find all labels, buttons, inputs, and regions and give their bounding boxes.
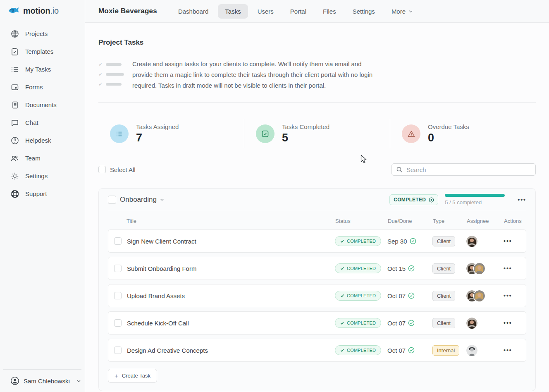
progress-label: 5 / 5 completed [445,199,505,206]
column-status: Status [335,218,388,224]
done-check-icon [408,265,415,272]
search-box[interactable] [391,163,536,176]
avatar [474,263,485,274]
type-badge: Client [432,291,455,301]
app-logo[interactable]: motion.io [0,0,85,20]
due-date: Oct 07 [387,292,432,299]
status-badge: COMPLETED [335,263,381,273]
list-toolbar: Select All [98,163,536,176]
column-assignee: Assignee [467,218,504,224]
list-icon [10,65,19,74]
stats-row: Tasks Assigned 7 Tasks Completed 5 [98,119,536,148]
table-row[interactable]: Upload Brand Assets COMPLETED Oct 07 Cli… [108,284,526,307]
done-check-icon [410,238,416,244]
chat-bubble-icon [10,118,19,127]
sidebar-item-my-tasks[interactable]: My Tasks [0,60,85,78]
sidebar-item-projects[interactable]: Projects [0,25,85,43]
create-task-button[interactable]: + Create Task [108,369,157,382]
search-input[interactable] [406,166,531,173]
row-actions-menu-icon[interactable]: ••• [504,240,520,243]
row-actions-menu-icon[interactable]: ••• [504,267,520,270]
row-checkbox[interactable] [114,292,122,299]
select-all-checkbox[interactable] [98,166,106,173]
row-checkbox[interactable] [114,319,122,327]
row-actions-menu-icon[interactable]: ••• [504,322,520,325]
stat-tasks-assigned: Tasks Assigned 7 [98,119,244,148]
tab-users[interactable]: Users [251,4,281,19]
stat-value: 5 [282,131,329,144]
user-avatar-icon [10,376,19,385]
sidebar-item-helpdesk[interactable]: Helpdesk [0,131,85,149]
stat-label: Overdue Tasks [428,123,469,130]
group-actions-menu-icon[interactable]: ••• [518,198,526,201]
table-row[interactable]: Submit Onboarding Form COMPLETED Oct 15 … [108,257,526,280]
due-date: Oct 15 [387,265,432,272]
tab-portal[interactable]: Portal [283,4,313,19]
row-actions-menu-icon[interactable]: ••• [504,294,520,297]
sidebar-nav: Projects Templates My Tasks Forms [0,25,85,369]
avatar [466,345,477,356]
sidebar-item-chat[interactable]: Chat [0,114,85,131]
task-group-card: Onboarding COMPLETED 5 / 5 completed ••• [98,188,536,391]
task-title[interactable]: Schedule Kick-Off Call [127,320,335,327]
table-row[interactable]: Design Ad Creative Concepts COMPLETED Oc… [108,339,526,362]
task-title[interactable]: Submit Onboarding Form [127,265,335,272]
status-dot-icon [429,197,434,203]
task-title[interactable]: Sign New Client Contract [127,238,335,245]
sidebar-item-label: Chat [25,119,38,126]
status-badge: COMPLETED [335,318,381,328]
tab-tasks[interactable]: Tasks [218,4,248,19]
stat-value: 0 [428,131,469,144]
stat-label: Tasks Completed [282,123,329,130]
tab-files[interactable]: Files [316,4,343,19]
checklist-illustration-icon: ✓ ✓ ✓ [98,59,124,91]
tab-settings[interactable]: Settings [346,4,382,19]
row-checkbox[interactable] [114,347,122,354]
intro-section: ✓ ✓ ✓ Create and assign tasks for your c… [98,59,536,91]
table-row[interactable]: Sign New Client Contract COMPLETED Sep 3… [108,229,526,253]
overdue-warning-icon [402,124,420,143]
select-all[interactable]: Select All [98,166,136,173]
group-status-badge[interactable]: COMPLETED [389,194,438,205]
avatar [474,290,485,301]
task-title[interactable]: Design Ad Creative Concepts [127,347,335,354]
row-actions-menu-icon[interactable]: ••• [504,349,520,352]
task-title[interactable]: Upload Brand Assets [127,292,335,299]
user-menu[interactable]: Sam Chlebowski [3,369,81,392]
fish-logo-icon [7,6,20,16]
stat-value: 7 [136,131,179,144]
sidebar-item-label: Settings [25,172,48,179]
assignee-avatars[interactable] [466,290,504,301]
row-checkbox[interactable] [114,265,122,272]
stat-overdue-tasks: Overdue Tasks 0 [390,119,536,148]
table-row[interactable]: Schedule Kick-Off Call COMPLETED Oct 07 … [108,311,526,335]
type-badge: Internal [432,345,459,356]
column-type: Type [433,218,467,224]
stat-tasks-completed: Tasks Completed 5 [244,119,390,148]
section-divider [98,102,536,103]
sidebar-item-forms[interactable]: Forms [0,78,85,96]
sidebar-item-label: Forms [25,84,43,91]
sidebar-item-label: Team [25,155,41,162]
sidebar-item-team[interactable]: Team [0,149,85,167]
assignee-avatars[interactable] [466,318,504,329]
done-check-icon [408,292,415,299]
tab-dashboard[interactable]: Dashboard [171,4,215,19]
row-checkbox[interactable] [114,237,122,245]
assignee-avatars[interactable] [466,236,504,247]
table-header: Title Status Due/Done Type Assignee Acti… [108,212,526,229]
sidebar-item-label: Support [25,190,47,197]
assignee-avatars[interactable] [466,345,504,356]
sidebar-item-label: Projects [25,30,48,37]
due-date: Oct 07 [387,347,432,354]
group-checkbox[interactable] [108,196,116,204]
group-status-label: COMPLETED [394,197,426,203]
assignee-avatars[interactable] [466,263,504,274]
sidebar-item-support[interactable]: Support [0,185,85,203]
tab-more[interactable]: More [384,4,420,19]
sidebar-item-documents[interactable]: Documents [0,96,85,114]
sidebar-item-settings[interactable]: Settings [0,167,85,185]
tasks-assigned-icon [110,124,129,143]
sidebar-item-templates[interactable]: Templates [0,43,85,60]
chevron-down-icon[interactable] [160,197,165,202]
